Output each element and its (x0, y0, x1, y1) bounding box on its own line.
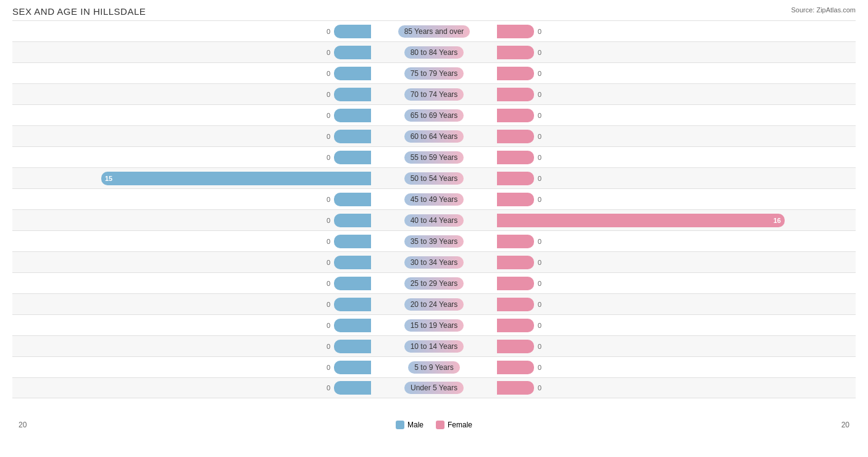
male-bar-container: 15 (12, 168, 372, 188)
male-bar-stub (334, 340, 371, 353)
male-zero-label: 0 (324, 280, 334, 287)
male-bar-container: 0 (12, 42, 372, 62)
age-label-pill: 40 to 44 Years (404, 214, 464, 227)
female-bar-stub (497, 151, 534, 164)
age-label-cell: 70 to 74 Years (372, 88, 496, 101)
age-label-cell: 25 to 29 Years (372, 277, 496, 290)
female-bar-container: 0 (496, 252, 856, 272)
male-zero-label: 0 (324, 217, 334, 224)
male-bar-stub (334, 235, 371, 248)
chart-row: 05 to 9 Years0 (12, 356, 856, 377)
age-label-pill: 45 to 49 Years (404, 193, 464, 206)
female-bar-container: 0 (496, 189, 856, 209)
age-label-cell: 80 to 84 Years (372, 46, 496, 59)
chart-row: 080 to 84 Years0 (12, 41, 856, 62)
female-bar-container: 0 (496, 105, 856, 125)
female-zero-label: 0 (534, 364, 544, 371)
female-bar-container: 0 (496, 357, 856, 377)
male-bar-stub (334, 193, 371, 206)
age-label-pill: 85 Years and over (398, 25, 470, 38)
age-label-cell: 50 to 54 Years (372, 172, 496, 185)
female-bar-stub (497, 25, 534, 38)
age-label-pill: 70 to 74 Years (404, 88, 464, 101)
chart-row: 010 to 14 Years0 (12, 335, 856, 356)
female-zero-label: 0 (534, 91, 544, 98)
age-label-cell: Under 5 Years (372, 382, 496, 394)
age-label-cell: 75 to 79 Years (372, 67, 496, 80)
age-label-pill: 20 to 24 Years (404, 298, 464, 311)
age-label-cell: 20 to 24 Years (372, 298, 496, 311)
legend-male-box (396, 421, 404, 429)
age-label-pill: 80 to 84 Years (404, 46, 464, 59)
male-bar-container: 0 (12, 315, 372, 335)
male-bar-stub (334, 130, 371, 143)
male-bar-container: 0 (12, 84, 372, 104)
male-bar-container: 0 (12, 378, 372, 398)
chart-title: SEX AND AGE IN HILLSDALE (12, 6, 856, 17)
male-bar-stub (334, 319, 371, 332)
female-bar-stub (497, 109, 534, 122)
age-label-cell: 85 Years and over (372, 25, 496, 38)
male-zero-label: 0 (324, 28, 334, 35)
age-label-pill: 10 to 14 Years (404, 340, 464, 353)
male-bar-container: 0 (12, 189, 372, 209)
axis-right: 20 (572, 421, 856, 429)
female-zero-label: 0 (534, 280, 544, 287)
female-zero-label: 0 (534, 28, 544, 35)
age-label-pill: 75 to 79 Years (404, 67, 464, 80)
chart-row: 030 to 34 Years0 (12, 251, 856, 272)
male-zero-label: 0 (324, 322, 334, 329)
male-bar-container: 0 (12, 252, 372, 272)
age-label-pill: 30 to 34 Years (404, 256, 464, 269)
female-zero-label: 0 (534, 259, 544, 266)
male-bar-container: 0 (12, 210, 372, 230)
age-label-pill: Under 5 Years (404, 382, 464, 394)
female-bar-stub (497, 381, 534, 395)
axis-left: 20 (12, 421, 296, 429)
female-zero-label: 0 (534, 175, 544, 182)
female-bar-container: 0 (496, 231, 856, 251)
female-zero-label: 0 (534, 343, 544, 350)
chart-container: SEX AND AGE IN HILLSDALE Source: ZipAtla… (0, 0, 868, 457)
legend-female: Female (436, 421, 472, 429)
male-bar-container: 0 (12, 126, 372, 146)
legend-male-label: Male (407, 421, 424, 429)
chart-area: 085 Years and over0080 to 84 Years0075 t… (12, 20, 856, 416)
age-label-pill: 50 to 54 Years (404, 172, 464, 185)
male-bar-stub (334, 151, 371, 164)
male-bar: 15 (101, 172, 371, 185)
male-bar-container: 0 (12, 105, 372, 125)
male-bar-stub (334, 25, 371, 38)
female-bar-stub (497, 340, 534, 353)
female-bar-container: 0 (496, 21, 856, 41)
age-label-pill: 55 to 59 Years (404, 151, 464, 164)
female-zero-label: 0 (534, 301, 544, 308)
chart-row: 035 to 39 Years0 (12, 230, 856, 251)
male-zero-label: 0 (324, 343, 334, 350)
male-bar-stub (334, 214, 371, 227)
female-bar-container: 0 (496, 378, 856, 398)
female-zero-label: 0 (534, 196, 544, 203)
female-bar-container: 0 (496, 42, 856, 62)
female-zero-label: 0 (534, 133, 544, 140)
age-label-cell: 15 to 19 Years (372, 319, 496, 332)
male-zero-label: 0 (324, 133, 334, 140)
chart-row: 065 to 69 Years0 (12, 104, 856, 125)
female-bar-container: 0 (496, 315, 856, 335)
female-bar-stub (497, 193, 534, 206)
age-label-cell: 5 to 9 Years (372, 361, 496, 374)
female-bar: 16 (497, 214, 785, 227)
female-bar-container: 0 (496, 126, 856, 146)
legend: Male Female (296, 421, 573, 429)
female-bar-container: 0 (496, 147, 856, 167)
male-bar-container: 0 (12, 336, 372, 356)
age-label-cell: 65 to 69 Years (372, 109, 496, 122)
female-bar-container: 0 (496, 63, 856, 83)
female-zero-label: 0 (534, 70, 544, 77)
age-label-cell: 55 to 59 Years (372, 151, 496, 164)
male-zero-label: 0 (324, 259, 334, 266)
chart-row: 075 to 79 Years0 (12, 62, 856, 83)
age-label-cell: 30 to 34 Years (372, 256, 496, 269)
legend-female-label: Female (448, 421, 472, 429)
legend-male: Male (396, 421, 424, 429)
